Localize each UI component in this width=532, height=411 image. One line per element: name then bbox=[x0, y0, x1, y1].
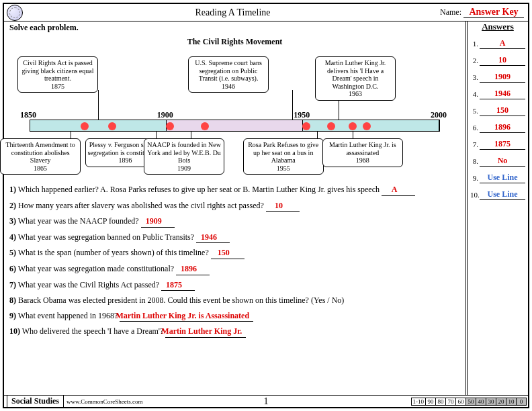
answers-sidebar: Answers 1.A2.103.19094.19465.1506.18967.… bbox=[468, 21, 528, 395]
question: 9) What event happened in 1968? Martin L… bbox=[17, 311, 460, 322]
answer-number: 5. bbox=[470, 107, 480, 115]
callout-connector bbox=[98, 90, 99, 120]
tick-label: 2000 bbox=[431, 110, 447, 120]
grade-cell: 50 bbox=[466, 398, 476, 406]
answer-row: 10.Use Line bbox=[470, 189, 525, 200]
answers-list: 1.A2.103.19094.19465.1506.18967.18758.No… bbox=[470, 38, 525, 200]
timeline-callout: NAACP is founded in New York and led by … bbox=[144, 138, 224, 175]
timeline-callout: Martin Luther King Jr. is assassinated19… bbox=[322, 138, 403, 167]
answer-row: 9.Use Line bbox=[470, 173, 525, 183]
question-number: 2) bbox=[9, 201, 16, 210]
event-year: 1865 bbox=[2, 165, 79, 173]
event-year: 1875 bbox=[19, 83, 96, 91]
answer-key-label: Answer Key bbox=[463, 7, 524, 18]
answer-value: Use Line bbox=[480, 173, 525, 183]
answer-row: 8.No bbox=[470, 156, 525, 167]
answer-row: 6.1896 bbox=[470, 122, 525, 133]
answer-number: 3. bbox=[470, 73, 480, 81]
event-year: 1946 bbox=[190, 83, 267, 91]
page-title: Reading A Timeline bbox=[26, 7, 440, 18]
question-text: What event happened in 1968? bbox=[18, 311, 118, 320]
answer-row: 4.1946 bbox=[470, 89, 525, 99]
question-text: What is the span (number of years shown)… bbox=[18, 248, 209, 257]
question-number: 4) bbox=[9, 232, 16, 242]
question: 4) What year was segregation banned on P… bbox=[17, 232, 460, 244]
timeline-callout: Rosa Park Refuses to give up her seat on… bbox=[243, 138, 324, 175]
question: 3) What year was the NAACP founded? 1909 bbox=[17, 216, 460, 228]
worksheet-page: Reading A Timeline Name: Answer Key Solv… bbox=[3, 3, 529, 408]
inline-answer: 10 bbox=[266, 201, 300, 212]
question-number: 9) bbox=[9, 311, 16, 320]
main-content: Solve each problem. The Civil Rights Mov… bbox=[4, 21, 468, 395]
question-number: 8) bbox=[9, 295, 16, 305]
inline-answer: Martin Luther King Jr. is Assassinated bbox=[120, 311, 253, 322]
question-number: 3) bbox=[9, 216, 16, 226]
timeline-dot bbox=[108, 122, 116, 130]
timeline-callout: Thirteenth Amendment to constitution abo… bbox=[0, 138, 81, 175]
answers-heading: Answers bbox=[470, 21, 525, 32]
grade-cell: 20 bbox=[496, 398, 506, 406]
answer-value: A bbox=[480, 38, 525, 49]
answer-value: Use Line bbox=[480, 189, 525, 200]
question-text: Barack Obama was elected president in 20… bbox=[18, 295, 344, 305]
answer-number: 1. bbox=[470, 40, 480, 48]
question-number: 7) bbox=[9, 280, 16, 289]
question-number: 6) bbox=[9, 264, 16, 273]
globe-icon bbox=[7, 5, 23, 21]
question-text: Which happened earlier? A. Rosa Parks re… bbox=[18, 185, 380, 194]
answer-row: 5.150 bbox=[470, 105, 525, 116]
question: 10) Who delivered the speech 'I have a D… bbox=[17, 326, 460, 338]
answer-number: 4. bbox=[470, 90, 480, 98]
question: 6) What year was segregation made consti… bbox=[17, 264, 460, 275]
timeline-segment bbox=[30, 120, 167, 131]
timeline-segment bbox=[303, 120, 439, 131]
question-list: 1) Which happened earlier? A. Rosa Parks… bbox=[9, 185, 460, 338]
timeline: 1850190019502000Thirteenth Amendment to … bbox=[16, 52, 453, 180]
answer-value: 150 bbox=[480, 105, 525, 116]
inline-answer: 150 bbox=[211, 248, 245, 259]
answer-number: 10. bbox=[470, 191, 480, 199]
event-text: Rosa Park Refuses to give up her seat on… bbox=[248, 141, 318, 164]
event-year: 1968 bbox=[324, 156, 401, 165]
event-year: 1909 bbox=[146, 165, 222, 173]
timeline-segment bbox=[167, 120, 303, 131]
answer-number: 8. bbox=[470, 157, 480, 165]
timeline-dot bbox=[327, 122, 335, 130]
answer-value: No bbox=[480, 156, 525, 167]
question: 1) Which happened earlier? A. Rosa Parks… bbox=[17, 185, 460, 196]
question: 8) Barack Obama was elected president in… bbox=[17, 295, 460, 306]
answer-value: 10 bbox=[480, 55, 525, 66]
answer-value: 1875 bbox=[480, 139, 525, 150]
event-text: Martin Luther King Jr. delivers his 'I H… bbox=[325, 59, 386, 90]
tick-label: 1950 bbox=[294, 110, 310, 120]
question: 7) What year was the Civil Rights Act pa… bbox=[17, 280, 460, 291]
answer-row: 3.1909 bbox=[470, 72, 525, 83]
inline-answer: 1909 bbox=[141, 216, 175, 228]
name-field: Name: Answer Key bbox=[440, 7, 528, 18]
question: 5) What is the span (number of years sho… bbox=[17, 248, 460, 259]
tick-label: 1850 bbox=[20, 110, 36, 120]
timeline-dot bbox=[166, 122, 174, 130]
inline-answer: 1875 bbox=[161, 280, 195, 291]
question-text: What year was segregation made constitut… bbox=[18, 264, 174, 273]
question: 2) How many years after slavery was abol… bbox=[17, 201, 460, 212]
question-number: 10) bbox=[9, 326, 20, 336]
question-text: How many years after slavery was abolish… bbox=[18, 201, 264, 210]
answer-number: 2. bbox=[470, 56, 480, 64]
answer-number: 6. bbox=[470, 124, 480, 132]
answer-number: 7. bbox=[470, 140, 480, 148]
timeline-bar bbox=[30, 120, 440, 132]
question-text: What year was the NAACP founded? bbox=[18, 216, 139, 226]
inline-answer: 1896 bbox=[176, 264, 210, 275]
timeline-dot bbox=[81, 122, 89, 130]
timeline-dot bbox=[363, 122, 371, 130]
timeline-callout: U.S. Supreme court bans segregation on P… bbox=[188, 56, 269, 93]
inline-answer: A bbox=[382, 185, 415, 196]
question-text: What year was the Civil Rights Act passe… bbox=[18, 280, 159, 289]
answer-row: 2.10 bbox=[470, 55, 525, 66]
name-label: Name: bbox=[440, 7, 461, 17]
timeline-dot bbox=[302, 122, 310, 130]
grade-cell: 40 bbox=[476, 398, 486, 406]
grade-cell: 70 bbox=[445, 398, 456, 406]
subject-badge: Social Studies bbox=[7, 395, 64, 408]
